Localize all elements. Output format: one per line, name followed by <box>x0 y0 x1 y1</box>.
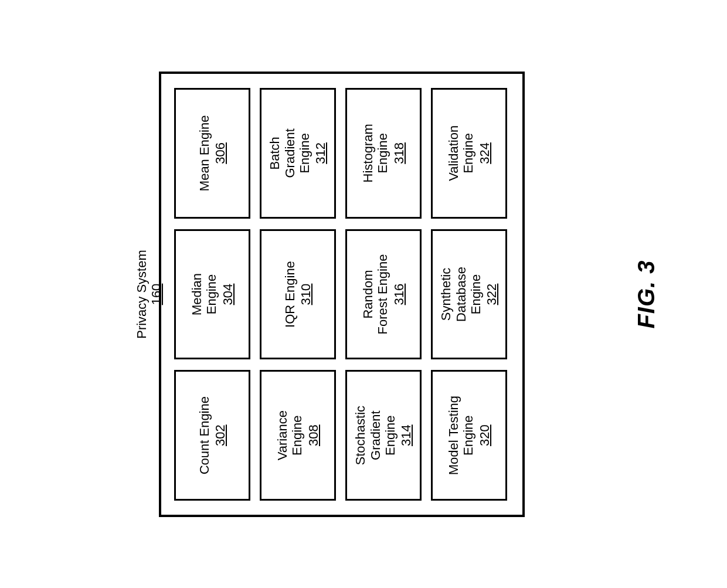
engine-validation: Validation Engine 324 <box>431 88 507 219</box>
engine-random-forest: Random Forest Engine 316 <box>345 229 422 359</box>
engine-ref-number: 310 <box>298 283 313 305</box>
engine-histogram: Histogram Engine 318 <box>345 88 422 219</box>
engine-label: Batch Gradient Engine <box>267 128 312 178</box>
engine-label: Synthetic Database Engine <box>439 266 483 321</box>
engine-model-testing: Model Testing Engine 320 <box>431 370 507 501</box>
engine-label: Median Engine <box>189 273 219 315</box>
engine-ref-number: 302 <box>213 424 227 446</box>
engine-iqr: IQR Engine 310 <box>260 229 336 359</box>
engine-ref-number: 312 <box>313 142 328 164</box>
engine-ref-number: 324 <box>477 142 492 164</box>
engine-mean: Mean Engine 306 <box>174 88 250 219</box>
engine-label: Variance Engine <box>275 410 305 460</box>
engine-label: Mean Engine <box>197 115 212 191</box>
engine-label: Count Engine <box>197 396 212 474</box>
engine-grid: Count Engine 302 Median Engine 304 Mean … <box>174 88 507 501</box>
engine-count: Count Engine 302 <box>174 370 250 501</box>
system-ref-number: 160 <box>149 250 164 339</box>
engine-ref-number: 316 <box>392 283 406 305</box>
engine-ref-number: 320 <box>477 424 492 446</box>
engine-label: Stochastic Gradient Engine <box>353 405 398 465</box>
engine-ref-number: 318 <box>392 142 406 164</box>
system-title-text: Privacy System <box>134 250 149 339</box>
engine-stochastic-gradient: Stochastic Gradient Engine 314 <box>345 370 422 501</box>
system-title: Privacy System 160 <box>134 250 164 339</box>
engine-label: Model Testing Engine <box>446 396 476 475</box>
privacy-system-box: Privacy System 160 Count Engine 302 Medi… <box>159 72 525 517</box>
diagram-canvas: Privacy System 160 Count Engine 302 Medi… <box>132 72 595 517</box>
engine-ref-number: 308 <box>306 424 321 446</box>
engine-ref-number: 314 <box>399 424 413 446</box>
engine-label: IQR Engine <box>283 261 297 328</box>
engine-label: Random Forest Engine <box>361 254 390 334</box>
engine-median: Median Engine 304 <box>174 229 250 359</box>
engine-variance: Variance Engine 308 <box>260 370 336 501</box>
figure-caption: FIG. 3 <box>633 260 660 328</box>
engine-ref-number: 322 <box>484 283 499 305</box>
engine-label: Histogram Engine <box>361 124 390 182</box>
figure-wrap: Privacy System 160 Count Engine 302 Medi… <box>132 72 595 517</box>
engine-label: Validation Engine <box>446 125 476 181</box>
engine-synthetic-database: Synthetic Database Engine 322 <box>431 229 507 359</box>
engine-ref-number: 304 <box>220 283 235 305</box>
engine-batch-gradient: Batch Gradient Engine 312 <box>260 88 336 219</box>
engine-ref-number: 306 <box>213 142 227 164</box>
